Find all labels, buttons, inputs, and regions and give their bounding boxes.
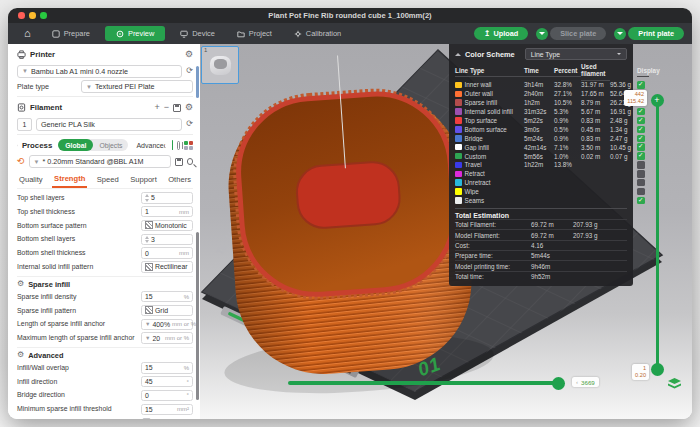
- moves-slider-track[interactable]: [288, 381, 560, 385]
- slice-plate-button[interactable]: Slice plate: [550, 27, 606, 40]
- add-filament-icon[interactable]: +: [154, 103, 159, 112]
- param-input-field[interactable]: 15mm²: [141, 404, 193, 416]
- preview-viewport[interactable]: Textured PEI Plate: [200, 44, 692, 419]
- param-row: Bottom shell thickness0mm: [17, 246, 193, 260]
- process-tab-speed[interactable]: Speed: [95, 173, 121, 187]
- flush-options-icon[interactable]: [173, 104, 181, 112]
- param-value: Rectilinear: [155, 263, 189, 270]
- compare-presets-icon[interactable]: [184, 141, 193, 150]
- advanced-toggle[interactable]: [172, 140, 174, 150]
- display-checkbox[interactable]: [637, 81, 645, 89]
- legend-cell: 0.83 m: [581, 135, 610, 142]
- tab-project[interactable]: Project: [226, 23, 283, 44]
- display-checkbox[interactable]: [637, 108, 645, 116]
- line-type-name: Top surface: [465, 117, 498, 124]
- collapse-panel-icon[interactable]: [455, 50, 461, 56]
- tab-preview[interactable]: Preview: [105, 26, 165, 41]
- process-scope-toggle[interactable]: Global Objects: [58, 139, 128, 151]
- param-input-field[interactable]: 15%: [141, 362, 193, 374]
- param-input-field[interactable]: 45°: [141, 376, 193, 388]
- plate-type-select[interactable]: ▼ Textured PEI Plate: [81, 80, 193, 93]
- layer-slider-bottom-handle[interactable]: [651, 363, 664, 376]
- sidebar-scrollbar[interactable]: [196, 66, 199, 98]
- display-checkbox[interactable]: [637, 152, 645, 160]
- param-row: Internal solid infill patternRectilinear: [17, 260, 193, 274]
- search-icon[interactable]: [187, 158, 194, 165]
- process-tab-quality[interactable]: Quality: [17, 173, 45, 187]
- display-checkbox[interactable]: [637, 179, 645, 187]
- tab-calibration[interactable]: Calibration: [283, 23, 352, 44]
- filament-index-swatch[interactable]: 1: [17, 118, 32, 131]
- save-preset-icon[interactable]: [175, 158, 183, 166]
- param-value: 3: [151, 236, 189, 243]
- param-value: Monotonic: [155, 222, 189, 229]
- param-row: Maximum length of sparse infill anchor▼2…: [17, 331, 193, 345]
- filament-preset-select[interactable]: Generic PLA Silk: [36, 118, 182, 131]
- view-type-select[interactable]: Line Type: [525, 48, 627, 60]
- param-pattern-field[interactable]: Rectilinear: [141, 261, 193, 273]
- param-pattern-field[interactable]: Grid: [141, 305, 193, 317]
- color-scheme-title: Color Scheme: [465, 50, 515, 59]
- param-input-field[interactable]: 15%: [141, 291, 193, 303]
- print-plate-button[interactable]: Print plate: [628, 27, 684, 40]
- plate-thumbnail[interactable]: 1: [201, 46, 239, 84]
- sync-icon[interactable]: ⟳: [186, 120, 193, 128]
- param-combo-field[interactable]: ▼20mm or %: [141, 332, 193, 344]
- chevron-down-icon: ▼: [86, 84, 92, 90]
- remove-filament-icon[interactable]: −: [164, 103, 169, 112]
- process-tab-others[interactable]: Others: [166, 173, 193, 187]
- total-cell: Model printing time:: [455, 263, 531, 270]
- param-input-field[interactable]: 0°: [141, 390, 193, 402]
- params-scrollbar[interactable]: [196, 232, 199, 400]
- process-tab-strength[interactable]: Strength: [52, 172, 87, 188]
- moves-slider-handle[interactable]: [552, 377, 565, 390]
- param-checkbox[interactable]: [142, 418, 152, 419]
- home-icon[interactable]: ⌂: [24, 28, 31, 39]
- layer-slider-track[interactable]: [656, 100, 660, 370]
- param-label: Top shell layers: [17, 194, 141, 202]
- display-checkbox[interactable]: [637, 197, 645, 205]
- display-checkbox[interactable]: [637, 170, 645, 178]
- param-pattern-field[interactable]: Monotonic: [141, 220, 193, 232]
- legend-cell: 13.8%: [554, 161, 581, 168]
- legend-cell: 3.50 m: [581, 144, 610, 151]
- param-spin-field[interactable]: 3: [141, 234, 193, 246]
- reset-preset-icon[interactable]: ⟲: [17, 157, 25, 166]
- display-checkbox[interactable]: [637, 117, 645, 125]
- spinner-icon[interactable]: [145, 194, 149, 202]
- layer-slider-top-handle[interactable]: +: [651, 94, 664, 107]
- sync-icon[interactable]: ⟳: [186, 67, 193, 75]
- layers-stack-icon[interactable]: [668, 378, 681, 390]
- display-checkbox[interactable]: [637, 135, 645, 143]
- scope-global[interactable]: Global: [58, 139, 93, 151]
- process-preset-select[interactable]: ▼ * 0.20mm Standard @BBL A1M: [29, 155, 171, 168]
- process-tab-support[interactable]: Support: [128, 173, 159, 187]
- display-checkbox[interactable]: [637, 188, 645, 196]
- spinner-icon[interactable]: [145, 236, 149, 244]
- printer-settings-gear-icon[interactable]: ⚙: [185, 50, 193, 59]
- legend-cell: 1.34 g: [610, 126, 637, 133]
- param-spin-field[interactable]: 5: [141, 192, 193, 204]
- legend-row: Retract: [455, 169, 627, 178]
- gear-icon: ⚙: [17, 280, 24, 288]
- param-input-field[interactable]: 0mm: [141, 247, 193, 259]
- display-checkbox[interactable]: [637, 161, 645, 169]
- param-unit: °: [187, 392, 189, 398]
- display-checkbox[interactable]: [637, 143, 645, 151]
- param-label: Sparse infill density: [17, 293, 141, 301]
- param-combo-field[interactable]: ▼400%mm or %: [141, 319, 193, 331]
- display-checkbox[interactable]: [637, 126, 645, 134]
- scope-objects[interactable]: Objects: [93, 142, 128, 149]
- param-input-field[interactable]: 1mm: [141, 206, 193, 218]
- printer-preset-select[interactable]: ▼ Bambu Lab A1 mini 0.4 nozzle: [17, 65, 182, 78]
- layer-slider[interactable]: + 442 115.42 1 0.20: [653, 100, 661, 370]
- print-dropdown-icon[interactable]: [614, 28, 626, 40]
- upload-button[interactable]: ↥ Upload: [474, 27, 528, 40]
- line-type-name: Sparse infill: [465, 99, 498, 106]
- view-columns-icon[interactable]: [177, 141, 180, 150]
- tab-device[interactable]: Device: [169, 23, 226, 44]
- filament-settings-gear-icon[interactable]: ⚙: [185, 103, 193, 112]
- moves-slider[interactable]: ‹ 3669: [288, 378, 560, 388]
- slice-dropdown-icon[interactable]: [536, 28, 548, 40]
- tab-prepare[interactable]: Prepare: [41, 23, 101, 44]
